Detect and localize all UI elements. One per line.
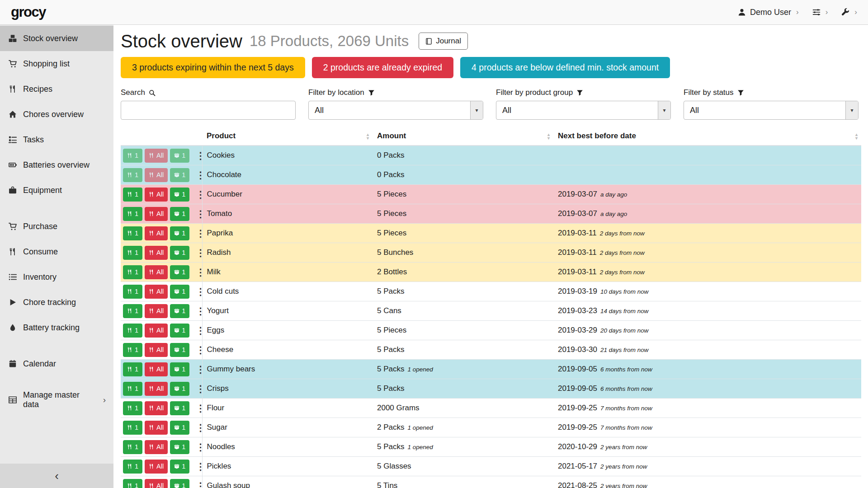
consume-one-button[interactable]: 1 xyxy=(123,246,142,260)
consume-all-button[interactable]: All xyxy=(145,382,168,396)
row-menu-kebab-icon[interactable]: ⋮ xyxy=(196,229,205,238)
consume-all-button[interactable]: All xyxy=(145,265,168,279)
row-menu-kebab-icon[interactable]: ⋮ xyxy=(196,248,205,258)
row-menu-kebab-icon[interactable]: ⋮ xyxy=(196,365,205,374)
product-group-filter-select[interactable]: All ▾ xyxy=(496,101,671,120)
journal-button[interactable]: Journal xyxy=(419,33,468,50)
sidebar-item-chore-tracking[interactable]: Chore tracking xyxy=(0,290,113,315)
sidebar-item-tasks[interactable]: Tasks xyxy=(0,127,113,152)
row-menu-kebab-icon[interactable]: ⋮ xyxy=(196,481,205,488)
consume-all-button[interactable]: All xyxy=(145,188,168,202)
row-menu-kebab-icon[interactable]: ⋮ xyxy=(196,170,205,180)
row-menu-kebab-icon[interactable]: ⋮ xyxy=(196,384,205,394)
sidebar-item-inventory[interactable]: Inventory xyxy=(0,264,113,290)
row-menu-kebab-icon[interactable]: ⋮ xyxy=(196,326,205,335)
consume-one-button[interactable]: 1 xyxy=(123,460,142,474)
alert-warning[interactable]: 3 products expiring within the next 5 da… xyxy=(121,57,305,78)
consume-all-button[interactable]: All xyxy=(145,362,168,376)
consume-one-button[interactable]: 1 xyxy=(123,285,142,299)
consume-all-button[interactable]: All xyxy=(145,460,168,474)
sidebar-item-battery-tracking[interactable]: Battery tracking xyxy=(0,315,113,340)
consume-one-button[interactable]: 1 xyxy=(123,149,142,163)
consume-all-button[interactable]: All xyxy=(145,440,168,454)
consume-one-button[interactable]: 1 xyxy=(123,324,142,338)
row-menu-kebab-icon[interactable]: ⋮ xyxy=(196,442,205,452)
consume-one-button[interactable]: 1 xyxy=(123,226,142,240)
consume-all-button[interactable]: All xyxy=(145,207,168,221)
consume-all-button[interactable]: All xyxy=(145,149,168,163)
sort-icon[interactable]: ▴▾ xyxy=(547,133,550,140)
open-one-button[interactable]: 1 xyxy=(170,382,189,396)
sidebar-item-shopping-list[interactable]: Shopping list xyxy=(0,51,113,76)
row-menu-kebab-icon[interactable]: ⋮ xyxy=(196,306,205,316)
column-header-amount[interactable]: Amount▴▾ xyxy=(373,128,553,145)
collapse-sidebar-button[interactable]: ‹ xyxy=(0,464,113,488)
column-header-next-best-before-date[interactable]: Next best before date▴▾ xyxy=(553,128,861,145)
sidebar-item-calendar[interactable]: Calendar xyxy=(0,351,113,376)
consume-all-button[interactable]: All xyxy=(145,343,168,357)
row-menu-kebab-icon[interactable]: ⋮ xyxy=(196,404,205,413)
alert-info[interactable]: 4 products are below defined min. stock … xyxy=(460,57,670,78)
open-one-button[interactable]: 1 xyxy=(170,246,189,260)
consume-one-button[interactable]: 1 xyxy=(123,265,142,279)
row-menu-kebab-icon[interactable]: ⋮ xyxy=(196,267,205,277)
consume-one-button[interactable]: 1 xyxy=(123,440,142,454)
open-one-button[interactable]: 1 xyxy=(170,168,189,182)
consume-all-button[interactable]: All xyxy=(145,226,168,240)
consume-all-button[interactable]: All xyxy=(145,168,168,182)
consume-one-button[interactable]: 1 xyxy=(123,304,142,318)
open-one-button[interactable]: 1 xyxy=(170,479,189,488)
consume-one-button[interactable]: 1 xyxy=(123,382,142,396)
row-menu-kebab-icon[interactable]: ⋮ xyxy=(196,287,205,296)
consume-all-button[interactable]: All xyxy=(145,285,168,299)
consume-all-button[interactable]: All xyxy=(145,401,168,415)
sidebar-item-chores-overview[interactable]: Chores overview xyxy=(0,102,113,127)
open-one-button[interactable]: 1 xyxy=(170,188,189,202)
open-one-button[interactable]: 1 xyxy=(170,460,189,474)
display-settings-menu[interactable]: › xyxy=(812,8,828,17)
row-menu-kebab-icon[interactable]: ⋮ xyxy=(196,462,205,471)
admin-menu[interactable]: › xyxy=(841,8,857,17)
open-one-button[interactable]: 1 xyxy=(170,207,189,221)
consume-one-button[interactable]: 1 xyxy=(123,479,142,488)
consume-all-button[interactable]: All xyxy=(145,479,168,488)
consume-one-button[interactable]: 1 xyxy=(123,421,142,435)
open-one-button[interactable]: 1 xyxy=(170,285,189,299)
user-menu[interactable]: Demo User › xyxy=(738,8,799,17)
column-header-product[interactable]: Product▴▾ xyxy=(202,128,373,145)
sidebar-item-consume[interactable]: Consume xyxy=(0,239,113,264)
sidebar-item-equipment[interactable]: Equipment xyxy=(0,178,113,203)
open-one-button[interactable]: 1 xyxy=(170,362,189,376)
open-one-button[interactable]: 1 xyxy=(170,401,189,415)
row-menu-kebab-icon[interactable]: ⋮ xyxy=(196,151,205,160)
consume-one-button[interactable]: 1 xyxy=(123,168,142,182)
consume-one-button[interactable]: 1 xyxy=(123,362,142,376)
open-one-button[interactable]: 1 xyxy=(170,343,189,357)
consume-one-button[interactable]: 1 xyxy=(123,343,142,357)
consume-all-button[interactable]: All xyxy=(145,304,168,318)
sidebar-item-purchase[interactable]: Purchase xyxy=(0,214,113,239)
sort-icon[interactable]: ▴▾ xyxy=(855,133,858,140)
consume-all-button[interactable]: All xyxy=(145,421,168,435)
open-one-button[interactable]: 1 xyxy=(170,226,189,240)
open-one-button[interactable]: 1 xyxy=(170,265,189,279)
location-filter-select[interactable]: All ▾ xyxy=(308,101,483,120)
open-one-button[interactable]: 1 xyxy=(170,440,189,454)
consume-all-button[interactable]: All xyxy=(145,246,168,260)
open-one-button[interactable]: 1 xyxy=(170,304,189,318)
consume-one-button[interactable]: 1 xyxy=(123,401,142,415)
search-input[interactable] xyxy=(121,101,296,120)
sidebar-item-manage-master-data[interactable]: Manage master data› xyxy=(0,387,113,413)
row-menu-kebab-icon[interactable]: ⋮ xyxy=(196,190,205,199)
consume-one-button[interactable]: 1 xyxy=(123,207,142,221)
sidebar-item-batteries-overview[interactable]: Batteries overview xyxy=(0,152,113,178)
consume-one-button[interactable]: 1 xyxy=(123,188,142,202)
row-menu-kebab-icon[interactable]: ⋮ xyxy=(196,345,205,355)
consume-all-button[interactable]: All xyxy=(145,324,168,338)
open-one-button[interactable]: 1 xyxy=(170,149,189,163)
row-menu-kebab-icon[interactable]: ⋮ xyxy=(196,423,205,432)
sidebar-item-recipes[interactable]: Recipes xyxy=(0,76,113,102)
status-filter-select[interactable]: All ▾ xyxy=(684,101,859,120)
open-one-button[interactable]: 1 xyxy=(170,324,189,338)
sidebar-item-stock-overview[interactable]: Stock overview xyxy=(0,26,113,51)
